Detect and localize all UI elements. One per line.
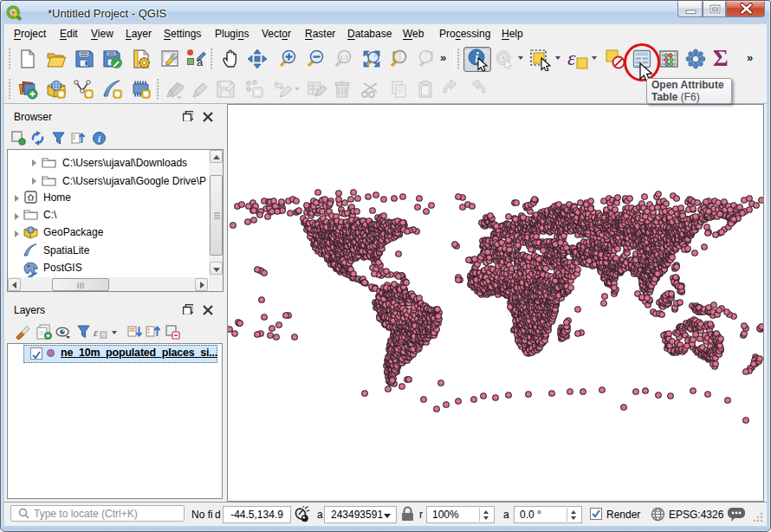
svg-text:1:1: 1:1 [340, 54, 348, 62]
svg-text:ε: ε [94, 326, 99, 339]
svg-text:a: a [197, 55, 204, 68]
svg-text:ε: ε [567, 49, 576, 69]
